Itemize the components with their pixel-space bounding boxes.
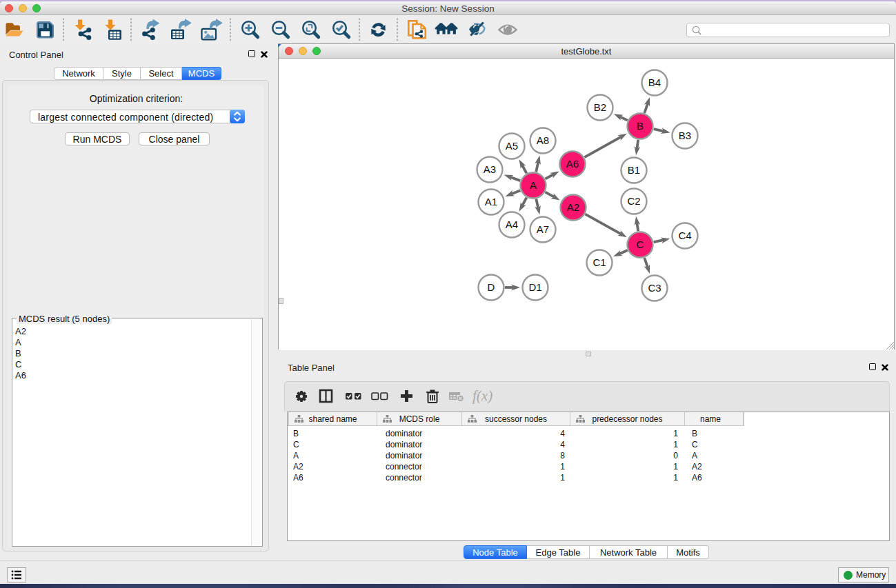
svg-text:C: C	[637, 239, 644, 250]
svg-text:B3: B3	[679, 130, 691, 141]
svg-text:D1: D1	[528, 281, 541, 293]
svg-text:D: D	[488, 281, 495, 293]
svg-text:f(x): f(x)	[472, 387, 492, 404]
svg-text:C3: C3	[648, 282, 661, 294]
svg-text:C4: C4	[678, 230, 691, 241]
svg-text:B4: B4	[648, 77, 661, 88]
svg-text:A: A	[530, 179, 537, 191]
svg-text:B2: B2	[594, 101, 606, 113]
svg-text:C1: C1	[593, 256, 606, 268]
svg-text:A7: A7	[537, 223, 549, 235]
svg-text:B: B	[637, 120, 644, 132]
svg-text:B1: B1	[628, 164, 640, 176]
svg-text:A8: A8	[537, 134, 549, 146]
svg-text:A3: A3	[484, 163, 496, 175]
svg-text:A5: A5	[506, 140, 518, 152]
svg-text:A6: A6	[566, 158, 579, 170]
svg-text:A1: A1	[485, 196, 497, 207]
svg-text:A2: A2	[567, 201, 579, 213]
svg-text:A4: A4	[506, 219, 518, 230]
svg-text:C2: C2	[627, 195, 640, 207]
